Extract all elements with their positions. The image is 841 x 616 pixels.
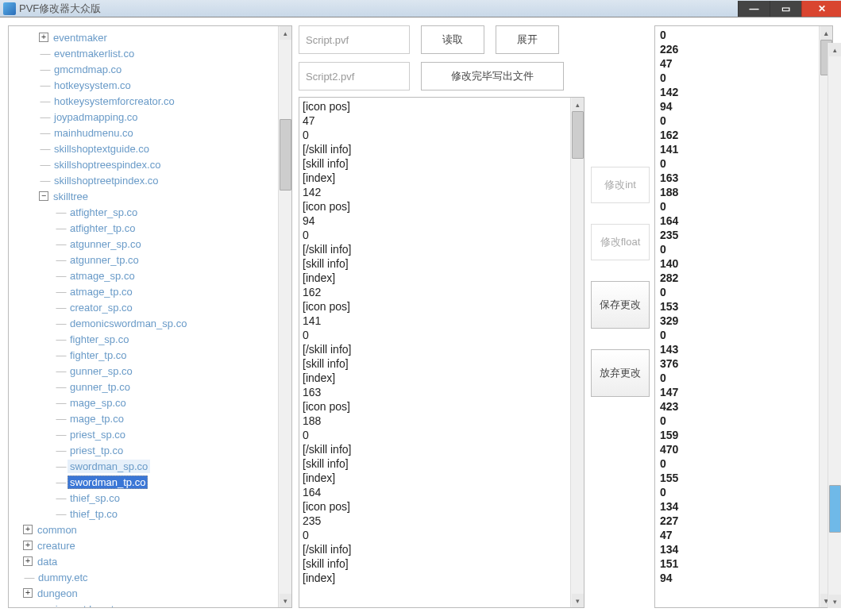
tree-item[interactable]: —fighter_tp.co xyxy=(10,347,290,363)
expand-icon[interactable]: + xyxy=(23,525,33,534)
window-scrollbar[interactable]: ▴ ▾ xyxy=(827,43,841,608)
value-line[interactable]: 226 xyxy=(660,42,827,56)
script2-input[interactable] xyxy=(299,62,410,90)
read-button[interactable]: 读取 xyxy=(421,25,484,54)
value-line[interactable]: 163 xyxy=(660,171,827,185)
value-line[interactable]: 188 xyxy=(660,185,827,199)
value-line[interactable]: 0 xyxy=(660,414,827,428)
tree-item[interactable]: —atgunner_sp.co xyxy=(10,236,290,252)
tree-item[interactable]: —gunner_sp.co xyxy=(10,363,290,379)
writeout-button[interactable]: 修改完毕写出文件 xyxy=(421,62,564,90)
scroll-thumb[interactable] xyxy=(280,119,291,191)
expand-icon[interactable]: + xyxy=(23,541,33,550)
tree-item[interactable]: —atfighter_sp.co xyxy=(10,204,290,220)
tree-item[interactable]: —gmcmdmap.co xyxy=(10,61,290,77)
tree-item[interactable]: —atmage_tp.co xyxy=(10,283,290,299)
modify-float-button[interactable]: 修改float xyxy=(591,224,650,260)
scroll-down-icon[interactable]: ▾ xyxy=(572,594,584,607)
tree-item[interactable]: —eventmakerlist.co xyxy=(10,45,290,61)
tree-item[interactable]: —gunner_tp.co xyxy=(10,379,290,395)
expand-icon[interactable]: + xyxy=(39,33,48,42)
tree-item[interactable]: —mage_tp.co xyxy=(10,410,290,426)
value-line[interactable]: 47 xyxy=(660,528,827,542)
value-line[interactable]: 235 xyxy=(660,228,827,242)
tree-item[interactable]: —priest_tp.co xyxy=(10,442,290,458)
tree-item[interactable]: —equipment.kor.str xyxy=(10,601,290,608)
value-line[interactable]: 94 xyxy=(660,571,827,585)
value-line[interactable]: 155 xyxy=(660,471,827,485)
value-line[interactable]: 164 xyxy=(660,214,827,228)
tree-item[interactable]: —skillshoptreetpindex.co xyxy=(10,172,290,188)
tree-item[interactable]: —fighter_sp.co xyxy=(10,331,290,347)
value-line[interactable]: 94 xyxy=(660,99,827,114)
tree-scrollbar[interactable]: ▴ ▾ xyxy=(278,26,291,607)
discard-changes-button[interactable]: 放弃更改 xyxy=(591,349,650,397)
value-line[interactable]: 140 xyxy=(660,256,827,271)
value-line[interactable]: 141 xyxy=(660,142,827,156)
scroll-down-icon[interactable]: ▾ xyxy=(829,595,841,608)
tree-item[interactable]: —mainhudmenu.co xyxy=(10,125,290,141)
value-line[interactable]: 162 xyxy=(660,128,827,142)
tree-item[interactable]: —thief_tp.co xyxy=(10,506,290,522)
tree-item[interactable]: —thief_sp.co xyxy=(10,490,290,506)
tree-item[interactable]: —atfighter_tp.co xyxy=(10,220,290,236)
value-line[interactable]: 0 xyxy=(660,285,827,299)
value-line[interactable]: 147 xyxy=(660,385,827,399)
scroll-up-icon[interactable]: ▴ xyxy=(572,98,584,111)
value-line[interactable]: 329 xyxy=(660,314,827,328)
tree-item[interactable]: −skilltree xyxy=(10,188,290,204)
tree-item[interactable]: —hotkeysystem.co xyxy=(10,77,290,93)
minimize-button[interactable]: — xyxy=(738,1,770,17)
scroll-down-icon[interactable]: ▾ xyxy=(280,594,291,607)
value-line[interactable]: 159 xyxy=(660,428,827,442)
tree-item[interactable]: +eventmaker xyxy=(10,29,290,45)
file-tree[interactable]: +eventmaker—eventmakerlist.co—gmcmdmap.c… xyxy=(8,25,292,608)
value-line[interactable]: 142 xyxy=(660,85,827,99)
tree-item[interactable]: —atgunner_tp.co xyxy=(10,252,290,268)
value-line[interactable]: 423 xyxy=(660,399,827,414)
scroll-thumb[interactable] xyxy=(572,111,584,159)
close-button[interactable]: ✕ xyxy=(801,1,841,17)
scroll-up-icon[interactable]: ▴ xyxy=(280,26,291,40)
value-line[interactable]: 153 xyxy=(660,299,827,314)
value-line[interactable]: 143 xyxy=(660,342,827,356)
expand-button[interactable]: 展开 xyxy=(496,25,559,54)
tree-item[interactable]: +dungeon xyxy=(10,585,290,601)
tree-item[interactable]: —swordman_sp.co xyxy=(10,458,290,474)
maximize-button[interactable]: ▭ xyxy=(770,1,801,17)
tree-item[interactable]: —hotkeysystemforcreator.co xyxy=(10,93,290,109)
expand-icon[interactable]: + xyxy=(23,556,33,566)
value-line[interactable]: 47 xyxy=(660,56,827,71)
tree-item[interactable]: +data xyxy=(10,553,290,569)
tree-item[interactable]: —dummy.etc xyxy=(10,569,290,585)
textbox-scrollbar[interactable]: ▴ ▾ xyxy=(570,98,584,607)
value-line[interactable]: 0 xyxy=(660,485,827,499)
value-line[interactable]: 0 xyxy=(660,456,827,471)
save-changes-button[interactable]: 保存更改 xyxy=(591,281,650,329)
tree-item[interactable]: +common xyxy=(10,522,290,537)
value-line[interactable]: 0 xyxy=(660,242,827,256)
value-line[interactable]: 134 xyxy=(660,542,827,556)
tree-item[interactable]: —creator_sp.co xyxy=(10,299,290,315)
value-line[interactable]: 282 xyxy=(660,271,827,285)
value-line[interactable]: 151 xyxy=(660,556,827,571)
value-line[interactable]: 0 xyxy=(660,328,827,342)
tree-item[interactable]: —priest_sp.co xyxy=(10,426,290,442)
value-line[interactable]: 0 xyxy=(660,28,827,42)
scroll-up-icon[interactable]: ▴ xyxy=(820,26,832,40)
scroll-thumb[interactable] xyxy=(829,485,841,533)
expand-icon[interactable]: + xyxy=(23,588,33,598)
value-line[interactable]: 0 xyxy=(660,114,827,128)
value-line[interactable]: 470 xyxy=(660,442,827,456)
tree-item[interactable]: —mage_sp.co xyxy=(10,395,290,410)
script-content-box[interactable]: [icon pos] 47 0 [/skill info] [skill inf… xyxy=(299,97,584,608)
script1-input[interactable] xyxy=(299,25,410,54)
tree-item[interactable]: +creature xyxy=(10,537,290,553)
value-line[interactable]: 0 xyxy=(660,371,827,385)
value-line[interactable]: 376 xyxy=(660,356,827,371)
collapse-icon[interactable]: − xyxy=(39,191,48,201)
tree-item[interactable]: —joypadmapping.co xyxy=(10,109,290,125)
value-line[interactable]: 134 xyxy=(660,499,827,514)
tree-item[interactable]: —skillshoptextguide.co xyxy=(10,141,290,156)
value-line[interactable]: 227 xyxy=(660,514,827,528)
